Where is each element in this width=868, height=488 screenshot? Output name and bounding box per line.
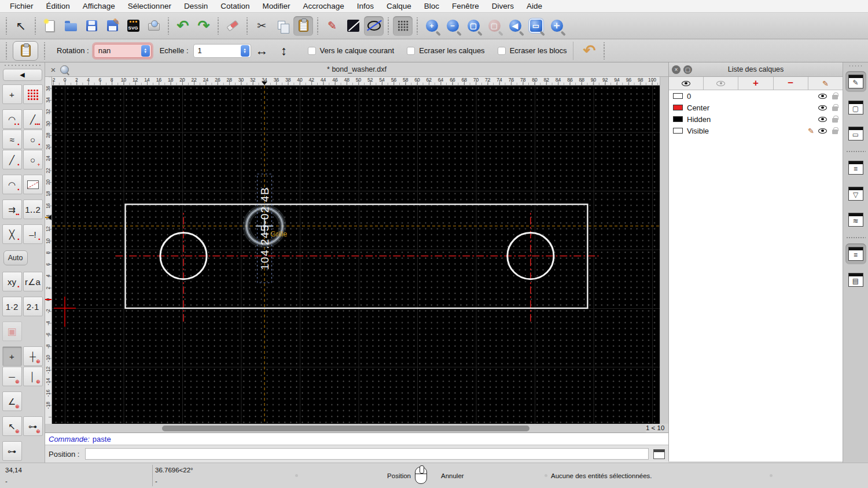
dock-block-list[interactable]: ▢ (845, 97, 866, 118)
snap-center[interactable]: ○+ (23, 150, 43, 169)
restrict-orthogonal[interactable]: ┼⊕ (23, 346, 43, 366)
menu-fenetre[interactable]: Fenêtre (446, 0, 486, 13)
layer-visibility-icon[interactable] (818, 128, 827, 134)
layer-row-hidden[interactable]: Hidden (669, 113, 843, 125)
flip-horizontal-button[interactable]: ↔ (251, 42, 273, 60)
redo[interactable]: ↷ (194, 16, 214, 36)
zoom-out[interactable]: − (443, 16, 462, 36)
layer-lock-icon[interactable] (832, 130, 838, 134)
rotation-combobox[interactable]: nan ▲▼ (94, 44, 152, 58)
restrict-horizontal[interactable]: ─⊕ (2, 367, 22, 386)
snap-circle[interactable]: ○• (23, 130, 43, 149)
coordinate-cartesian[interactable]: xy• (2, 272, 22, 291)
menu-modifier[interactable]: Modifier (256, 0, 296, 13)
zoom-in[interactable]: + (422, 16, 442, 36)
paste-tool-button[interactable] (13, 41, 38, 61)
menu-aide[interactable]: Aide (520, 0, 549, 13)
snap-nothing[interactable]: –!• (23, 224, 43, 244)
restrict-vertical[interactable]: │⊕ (23, 367, 43, 386)
position-input[interactable] (85, 448, 649, 460)
text-entity[interactable]: 104.245-02.4B (259, 187, 271, 270)
menu-bloc[interactable]: Bloc (418, 0, 446, 13)
menu-calque[interactable]: Calque (380, 0, 418, 13)
snap-nearest[interactable]: ◠• (2, 175, 22, 194)
snap-endpoints[interactable]: ◠• • (2, 109, 22, 129)
pointer-tool[interactable]: ↖ (11, 16, 31, 36)
snap-grid[interactable] (23, 84, 43, 104)
print-preview[interactable] (144, 16, 164, 36)
undo-cascade-button[interactable]: ↶ (580, 41, 599, 61)
checkbox-ecraser-les-blocs[interactable]: Ecraser les blocs (498, 46, 567, 55)
snap-on-entity[interactable]: ╱••• (23, 109, 43, 129)
snap-reference[interactable] (23, 175, 43, 194)
set-angle[interactable]: ∠⊕ (2, 391, 22, 411)
layer-row-0[interactable]: 0 (669, 90, 843, 102)
layer-row-center[interactable]: Center (669, 102, 843, 113)
zoom-window[interactable]: ▭ (526, 16, 546, 36)
open-file[interactable] (61, 16, 80, 36)
layer-lock-icon[interactable] (832, 95, 838, 99)
hide-all-layers[interactable] (704, 77, 738, 90)
menu-accrochage[interactable]: Accrochage (296, 0, 350, 13)
zoom-selection[interactable]: ▢ (484, 16, 504, 36)
snap-auto-intersection[interactable]: ⇉•• (2, 199, 22, 219)
pen-tool[interactable]: ✎ (322, 16, 342, 36)
copy[interactable] (273, 16, 292, 36)
edit-layer[interactable]: ✎ (808, 77, 843, 90)
layer-visibility-icon[interactable] (818, 105, 827, 110)
layer-visibility-icon[interactable] (818, 117, 827, 122)
circle-attributes[interactable] (364, 16, 384, 36)
dock-clipboard[interactable]: ▤ (845, 269, 866, 290)
dock-command-line[interactable]: ≡ (845, 243, 866, 264)
layer-row-visible[interactable]: Visible✎ (669, 125, 843, 136)
coordinate-polar[interactable]: r∠a (23, 272, 43, 291)
horizontal-scrollbar[interactable] (45, 424, 646, 432)
vertical-scrollbar[interactable] (660, 77, 668, 424)
menu-fichier[interactable]: Fichier (3, 0, 40, 13)
zoom-auto[interactable]: ▢ (464, 16, 483, 36)
command-window-button[interactable] (653, 449, 665, 459)
dock-layer-properties[interactable]: ✎ (845, 71, 866, 92)
select-reference-point[interactable]: ↖⊕ (2, 416, 22, 436)
menu-dessin[interactable]: Dessin (178, 0, 214, 13)
command-line[interactable]: Commande: paste (45, 432, 668, 445)
grid-toggle[interactable] (393, 16, 413, 36)
eraser[interactable] (223, 16, 242, 36)
scrollbar-thumb[interactable] (162, 426, 529, 431)
flip-vertical-button[interactable]: ↕ (273, 42, 295, 60)
menu-edition[interactable]: Édition (40, 0, 76, 13)
menu-affichage[interactable]: Affichage (76, 0, 122, 13)
undo[interactable]: ↶ (173, 16, 193, 36)
layer-visibility-icon[interactable] (818, 94, 827, 99)
remove-layer[interactable]: − (774, 77, 808, 90)
menu-divers[interactable]: Divers (486, 0, 520, 13)
dock-selection-filter[interactable]: ▽ (845, 183, 866, 204)
add-layer[interactable]: + (738, 77, 773, 90)
snap-intersection-manual[interactable]: ╳• (2, 224, 22, 244)
checkbox-box[interactable] (407, 47, 415, 55)
dock-pen-wizard[interactable]: ≋ (845, 209, 866, 230)
line-attributes[interactable] (343, 16, 363, 36)
checkbox-vers-le-calque-courant[interactable]: Vers le calque courant (308, 46, 395, 55)
snap-auto-button[interactable]: Auto (3, 250, 28, 265)
menu-selectionner[interactable]: Sélectionner (122, 0, 178, 13)
export-svg[interactable]: SVG (123, 16, 143, 36)
menu-infos[interactable]: Infos (351, 0, 380, 13)
dock-library-browser[interactable]: ▭ (845, 123, 866, 144)
snap-distance[interactable]: 1‥2 (23, 199, 43, 219)
save-file[interactable] (82, 16, 101, 36)
snap-middle[interactable]: ╱• (2, 150, 22, 169)
drawing-canvas[interactable]: 104.245-02.4BGrille (52, 86, 660, 424)
set-relative-zero[interactable]: ⊶ (2, 441, 22, 461)
checkbox-box[interactable] (308, 47, 316, 55)
relative-point-21[interactable]: 2·1 (23, 297, 43, 316)
zoom-pan[interactable]: ✛ (547, 16, 567, 36)
save-as-file[interactable] (102, 16, 122, 36)
snap-free[interactable]: + (2, 84, 22, 104)
exclusive-snap[interactable]: ▣ (2, 321, 22, 341)
menu-cotation[interactable]: Cotation (214, 0, 256, 13)
checkbox-box[interactable] (498, 47, 506, 55)
relative-point-12[interactable]: 1·2 (2, 297, 22, 316)
cut[interactable]: ✂ (252, 16, 271, 36)
show-all-layers[interactable] (669, 77, 704, 90)
